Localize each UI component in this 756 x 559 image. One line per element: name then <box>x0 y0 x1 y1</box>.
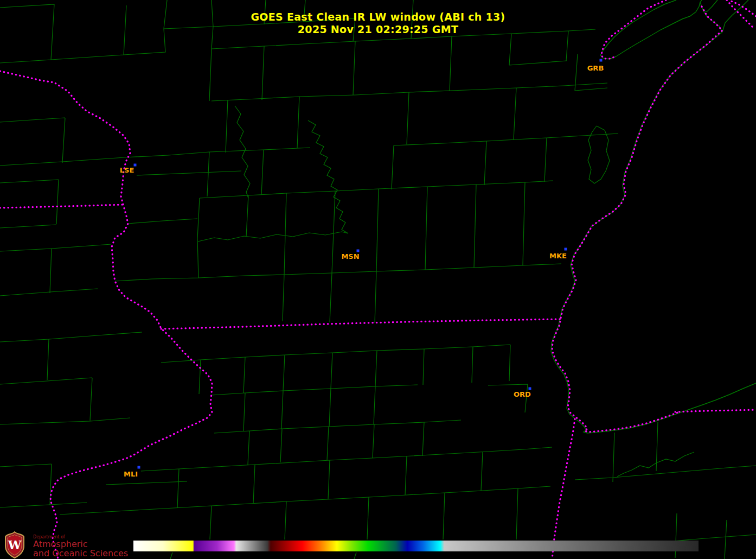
state-border-line <box>552 7 722 432</box>
county-boundary-line <box>280 429 282 462</box>
county-boundary-line <box>481 452 483 491</box>
station-label-GRB: GRB <box>587 64 604 72</box>
logo-name-line1: Atmospheric <box>33 539 128 549</box>
county-boundary-line <box>62 118 65 163</box>
county-boundary-line <box>50 249 52 293</box>
station-dot-MSN <box>357 250 360 252</box>
county-boundary-line <box>423 349 424 385</box>
station-dot-GRB <box>600 59 603 62</box>
county-boundary-line <box>246 195 248 237</box>
county-boundary-line <box>226 100 228 153</box>
uw-aos-logo: W Department of Atmospheric and Oceanic … <box>3 531 128 558</box>
county-boundary-line <box>474 185 476 268</box>
county-boundary-line <box>141 447 552 471</box>
county-boundary-line <box>375 351 377 386</box>
county-boundary-line <box>244 357 245 393</box>
county-boundary-line <box>210 506 212 539</box>
county-boundary-line <box>367 497 369 539</box>
county-boundary-line <box>56 180 59 224</box>
county-boundary-line <box>327 427 329 460</box>
county-boundary-line <box>261 150 264 195</box>
image-title: GOES East Clean IR LW window (ABI ch 13)… <box>0 11 756 36</box>
county-boundary-line <box>425 187 427 270</box>
county-boundary-line <box>0 118 65 122</box>
county-boundary-line <box>128 219 197 224</box>
county-boundary-line <box>198 232 348 242</box>
county-boundary-line <box>332 191 335 273</box>
state-border-line <box>0 205 123 208</box>
state-border-line <box>552 419 575 559</box>
county-boundary-line <box>488 384 528 412</box>
title-line2: 2025 Nov 21 02:29:25 GMT <box>0 23 756 36</box>
crest-monogram: W <box>8 538 22 552</box>
county-boundary-line <box>285 501 286 539</box>
county-boundary-line <box>60 486 550 514</box>
county-boundary-line <box>283 355 285 391</box>
county-boundary-line <box>392 145 394 189</box>
state-border-line <box>0 71 212 559</box>
county-boundary-line <box>331 353 332 389</box>
county-boundary-line <box>308 120 348 233</box>
county-boundary-line <box>200 181 553 198</box>
county-boundary-line <box>199 360 201 394</box>
station-label-MKE: MKE <box>549 252 567 260</box>
county-boundary-line <box>0 464 52 467</box>
county-boundary-line <box>443 493 445 539</box>
satellite-image-viewport: GRBLSEMSNMKEORDMLI GOES East Clean IR LW… <box>0 0 756 559</box>
logo-name-line2: and Oceanic Sciences <box>33 549 128 558</box>
county-boundary-line <box>0 378 92 384</box>
county-boundary-line <box>613 433 614 482</box>
county-boundary-line <box>0 244 111 251</box>
ir-temperature-colorbar <box>133 541 699 551</box>
county-boundary-line <box>207 152 209 196</box>
county-boundary-line <box>575 466 756 480</box>
county-boundary-line <box>354 552 356 559</box>
county-boundary-line <box>197 198 200 278</box>
county-boundary-line <box>106 481 187 485</box>
station-label-MLI: MLI <box>124 470 138 478</box>
county-boundary-line <box>353 41 355 95</box>
county-boundary-line <box>0 503 87 507</box>
county-boundary-line <box>472 347 473 383</box>
county-boundary-line <box>0 289 98 296</box>
county-boundary-line <box>328 460 330 499</box>
county-boundary-line <box>407 92 409 144</box>
county-boundary-line <box>405 456 407 495</box>
county-boundary-line <box>375 271 376 323</box>
county-boundary-line <box>373 424 374 458</box>
county-boundary-line <box>374 386 375 424</box>
lake-shoreline <box>703 0 717 12</box>
county-boundary-line <box>212 385 418 395</box>
county-boundary-line <box>262 46 264 100</box>
county-boundary-line <box>161 345 510 363</box>
county-boundary-line <box>212 83 607 101</box>
county-boundary-line <box>125 148 310 157</box>
logo-text: Department of Atmospheric and Oceanic Sc… <box>33 531 128 558</box>
county-boundary-line <box>177 469 179 508</box>
county-boundary-line <box>248 431 249 465</box>
county-boundary-line <box>617 452 694 477</box>
county-boundary-line <box>544 138 547 182</box>
county-boundary-line <box>514 88 516 139</box>
county-boundary-line <box>0 332 142 342</box>
uw-crest-icon: W <box>3 531 27 558</box>
county-boundary-line <box>0 418 130 424</box>
station-label-ORD: ORD <box>514 390 531 398</box>
station-dot-MKE <box>565 248 567 251</box>
county-boundary-line <box>235 106 250 198</box>
county-boundary-line <box>575 88 607 91</box>
county-boundary-line <box>47 339 49 380</box>
county-boundary-line <box>523 182 525 265</box>
county-boundary-line <box>297 97 299 148</box>
county-boundary-line <box>0 180 59 183</box>
station-label-LSE: LSE <box>120 166 134 174</box>
title-line1: GOES East Clean IR LW window (ABI ch 13) <box>0 11 756 23</box>
county-boundary-line <box>656 422 658 471</box>
county-boundary-line <box>283 275 284 321</box>
county-boundary-line <box>244 393 245 431</box>
county-boundary-line <box>509 345 510 381</box>
county-boundary-line <box>509 61 567 65</box>
county-boundary-line <box>394 134 618 145</box>
county-boundary-line <box>90 378 92 421</box>
station-dot-MLI <box>138 466 140 469</box>
